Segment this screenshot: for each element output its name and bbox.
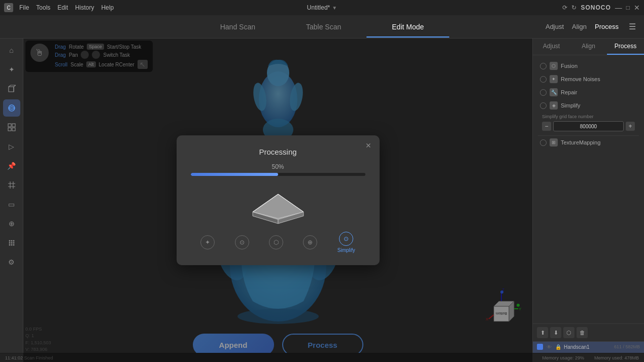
svg-rect-0 (9, 87, 14, 92)
step-circle-1: ⊙ (235, 235, 249, 249)
obj-color-handscan1 (537, 344, 543, 350)
right-panel: Adjust Align Process ⬡ Fusion ✦ Remove N… (532, 39, 644, 362)
tool-cursor[interactable]: ✦ (3, 61, 20, 78)
simplify-value-input[interactable] (553, 121, 624, 131)
panel-buttons: Adjust Align Process (546, 23, 619, 30)
svg-rect-4 (12, 124, 15, 127)
minimize-icon[interactable]: — (615, 4, 622, 12)
restore-icon[interactable]: ⟳ (562, 4, 567, 11)
obj-import-button[interactable]: ⬇ (550, 327, 561, 338)
step-circle-2: ⬡ (269, 235, 283, 249)
svg-point-10 (9, 242, 10, 244)
obj-duplicate-button[interactable]: ⬡ (563, 327, 574, 338)
simplify-section: Simplify grid face number − + (538, 112, 639, 136)
step-item-1: ⊙ (235, 235, 249, 249)
memory-used: Memory used: 478MB (594, 355, 639, 360)
lock-icon-handscan1[interactable]: 🔒 (555, 344, 561, 350)
left-toolbar: ⌂ ✦ ▷ 📌 (0, 39, 23, 362)
tabbar: Hand Scan Table Scan Edit Mode Adjust Al… (0, 15, 644, 39)
window-controls: ⟳ ↻ SONOCO — □ ✕ (562, 4, 640, 12)
modal-close-button[interactable]: ✕ (363, 140, 374, 151)
simplify-minus-button[interactable]: − (542, 122, 551, 131)
tool-grid2[interactable] (3, 176, 20, 194)
btn-process[interactable]: Process (595, 23, 619, 30)
visibility-icon-handscan1[interactable]: 👁 (547, 344, 552, 350)
modal-overlay: Processing ✕ 50% (23, 39, 532, 362)
check-repair (540, 89, 547, 96)
app-icon: C (4, 3, 13, 12)
step-item-4: ⊙ Simplify (337, 232, 355, 253)
tool-object[interactable] (3, 99, 20, 117)
tab-hand-scan[interactable]: Hand Scan (195, 17, 281, 37)
process-item-texture[interactable]: ⊞ TextureMapping (538, 136, 639, 149)
svg-rect-5 (8, 128, 11, 131)
tool-play[interactable]: ▷ (3, 138, 20, 155)
main-layout: ⌂ ✦ ▷ 📌 (0, 39, 644, 362)
object-row-handscan1[interactable]: 👁 🔒 Handscan1 611 / 582MB (533, 342, 644, 352)
obj-delete-button[interactable]: 🗑 (577, 327, 588, 338)
label-simplify: Simplify (561, 102, 637, 108)
icon-remove-noises: ✦ (550, 75, 558, 83)
tool-rect[interactable]: ▭ (3, 196, 20, 213)
btn-align[interactable]: Align (572, 23, 587, 30)
close-icon[interactable]: ✕ (634, 4, 640, 12)
menu-history[interactable]: History (75, 4, 94, 11)
modal-title: Processing (191, 148, 365, 156)
svg-point-9 (13, 240, 14, 242)
main-tabs: Hand Scan Table Scan Edit Mode (195, 17, 450, 37)
menu-file[interactable]: File (19, 4, 29, 11)
process-panel: ⬡ Fusion ✦ Remove Noises 🔧 Repair ◈ Simp… (533, 55, 644, 323)
obj-export-button[interactable]: ⬆ (537, 327, 548, 338)
tab-edit-mode[interactable]: Edit Mode (366, 17, 449, 37)
tool-addplus[interactable]: ⊕ (3, 215, 20, 232)
progress-track (191, 173, 365, 176)
svg-point-8 (11, 240, 12, 242)
tool-pin[interactable]: 📌 (3, 157, 20, 174)
simplify-label: Simplify grid face number (542, 114, 635, 119)
maximize-icon[interactable]: □ (626, 4, 630, 11)
check-texture (540, 139, 547, 146)
menu-tools[interactable]: Tools (36, 4, 50, 11)
process-item-fusion[interactable]: ⬡ Fusion (538, 59, 639, 73)
svg-point-1 (9, 105, 15, 111)
simplify-plus-button[interactable]: + (626, 122, 635, 131)
panel-tab-align[interactable]: Align (570, 39, 607, 55)
step-icons: ✦ ⊙ ⬡ ⊕ ⊙ Simplify (191, 232, 365, 253)
btn-adjust[interactable]: Adjust (546, 23, 564, 30)
hamburger-icon[interactable]: ☰ (629, 22, 636, 31)
modal-3d-shape (191, 184, 365, 225)
check-fusion (540, 63, 547, 69)
tool-dotgrid[interactable] (3, 234, 20, 251)
svg-point-12 (13, 242, 14, 244)
panel-tab-adjust[interactable]: Adjust (533, 39, 570, 55)
tool-settings2[interactable]: ⚙ (3, 254, 20, 271)
memory-usage: Memory usage: 29% (542, 355, 584, 360)
titlebar: C File Tools Edit History Help Untitled*… (0, 0, 644, 15)
tool-mesh[interactable] (3, 119, 20, 136)
process-item-remove-noises[interactable]: ✦ Remove Noises (538, 73, 639, 86)
svg-point-7 (9, 240, 10, 242)
process-item-simplify[interactable]: ◈ Simplify (538, 99, 639, 112)
panel-tab-process[interactable]: Process (607, 39, 644, 55)
svg-point-14 (11, 244, 12, 246)
svg-rect-6 (12, 128, 15, 131)
obj-size-handscan1: 611 / 582MB (614, 344, 640, 349)
window-title: Untitled* ▼ (307, 4, 337, 11)
tool-cube[interactable] (3, 80, 20, 97)
brand-label: SONOCO (581, 4, 611, 11)
svg-point-15 (13, 244, 14, 246)
right-controls: Adjust Align Process ☰ (546, 22, 636, 31)
tool-home[interactable]: ⌂ (3, 42, 20, 59)
menu-help[interactable]: Help (101, 4, 114, 11)
refresh-icon[interactable]: ↻ (571, 4, 577, 11)
object-list-toolbar: ⬆ ⬇ ⬡ 🗑 (533, 323, 644, 342)
check-remove-noises (540, 76, 547, 83)
process-item-repair[interactable]: 🔧 Repair (538, 86, 639, 99)
tab-table-scan[interactable]: Table Scan (281, 17, 366, 37)
check-simplify (540, 102, 547, 109)
menu-bar: File Tools Edit History Help (19, 4, 114, 11)
icon-fusion: ⬡ (550, 62, 558, 70)
viewport[interactable]: 🖱 Drag Rotate Space Start/Stop Task Drag… (23, 39, 532, 362)
menu-edit[interactable]: Edit (57, 4, 68, 11)
label-repair: Repair (561, 89, 637, 95)
